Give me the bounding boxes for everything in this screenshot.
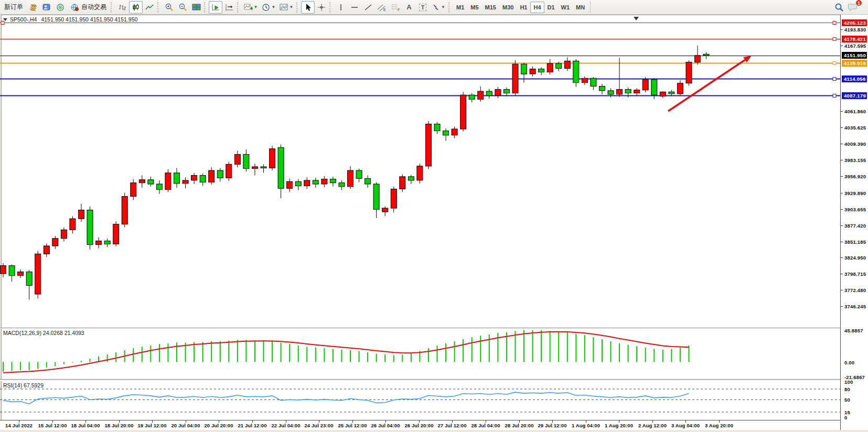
- profile-button[interactable]: [40, 1, 53, 14]
- rsi-canvas[interactable]: [0, 381, 840, 420]
- rsi-axis-label: 0: [844, 415, 847, 420]
- line-handle[interactable]: [833, 21, 836, 25]
- price-tick-mark: [841, 29, 843, 30]
- chart-shift-marker[interactable]: [634, 17, 639, 20]
- one-click-trading-toggle-icon[interactable]: [3, 18, 7, 21]
- time-tick-label: 26 Jul 20:00: [404, 423, 433, 428]
- rsi-pane[interactable]: [0, 381, 840, 420]
- line-handle[interactable]: [833, 38, 836, 41]
- rsi-axis-label: 80: [844, 386, 850, 392]
- timeframe-button-d1[interactable]: D1: [544, 2, 558, 13]
- autotrading-icon: [70, 3, 80, 12]
- chart-ohlc-values: 4151.950 4151.950 4151.950 4151.950: [41, 16, 137, 23]
- price-level-badge: 4178.421: [842, 36, 867, 42]
- toolbar-grip: [204, 2, 206, 13]
- main-chart-pane[interactable]: [0, 16, 840, 328]
- text-button[interactable]: A: [402, 1, 416, 14]
- tile-windows-button[interactable]: [189, 1, 203, 14]
- timeframe-button-m30[interactable]: M30: [499, 2, 517, 13]
- price-axis[interactable]: 4193.8304167.5954061.8604035.6254009.390…: [840, 15, 868, 430]
- price-tick-mark: [841, 160, 843, 160]
- price-tick-label: 4035.625: [844, 125, 866, 131]
- market-watch-button[interactable]: [26, 1, 40, 14]
- time-tick-label: 1 Aug 04:00: [572, 423, 600, 428]
- toolbar-grip: [237, 2, 239, 13]
- macd-axis-label: 45.8857: [844, 328, 863, 333]
- toolbar-grip: [329, 2, 331, 13]
- profile-icon: [42, 3, 51, 12]
- text-label-button[interactable]: T: [416, 1, 430, 14]
- chart-symbol-period: SP500-,H4: [10, 16, 37, 23]
- vertical-line-icon: [337, 3, 345, 12]
- crosshair-button[interactable]: [315, 1, 328, 14]
- new-order-button[interactable]: 新订单: [1, 1, 26, 14]
- horizontal-line-button[interactable]: [348, 1, 361, 14]
- auto-scroll-icon: [211, 3, 220, 12]
- candlestick-chart-button[interactable]: [129, 1, 143, 14]
- timeframe-button-m5[interactable]: M5: [467, 2, 481, 13]
- price-tick-mark: [841, 225, 843, 226]
- time-tick-label: 19 Jul 12:00: [137, 423, 166, 428]
- chart-title: SP500-,H4 4151.950 4151.950 4151.950 415…: [3, 16, 137, 23]
- chat-button[interactable]: 1: [846, 1, 860, 14]
- price-tick-label: 3903.655: [844, 207, 866, 212]
- timeframe-button-h1[interactable]: H1: [517, 2, 530, 13]
- time-tick-label: 18 Jul 20:00: [104, 423, 133, 428]
- data-window-button[interactable]: [53, 1, 67, 14]
- main-chart-canvas[interactable]: [0, 16, 840, 328]
- autotrading-button[interactable]: 自动交易: [67, 1, 110, 14]
- auto-scroll-button[interactable]: [209, 1, 222, 14]
- price-level-badge: 4139.519: [842, 60, 867, 67]
- vertical-line-button[interactable]: [334, 1, 348, 14]
- macd-pane[interactable]: [0, 329, 840, 379]
- timeframe-button-w1[interactable]: W1: [558, 2, 573, 13]
- price-tick-mark: [841, 242, 843, 242]
- rsi-line: [3, 392, 689, 404]
- price-tick-mark: [841, 257, 843, 258]
- time-tick-label: 29 Jul 12:00: [538, 423, 566, 428]
- main-toolbar: 新订单 自动交易: [0, 0, 868, 15]
- price-tick-mark: [841, 290, 843, 290]
- line-handle[interactable]: [833, 78, 836, 81]
- toolbar-grip: [157, 2, 159, 13]
- trendline-button[interactable]: [361, 1, 375, 14]
- fibonacci-button[interactable]: F: [389, 1, 402, 14]
- market-watch-icon: [28, 3, 38, 12]
- chart-shift-button[interactable]: [222, 1, 236, 14]
- price-tick-label: 4061.860: [844, 109, 866, 114]
- cursor-button[interactable]: [301, 1, 315, 14]
- timeframe-button-mn[interactable]: MN: [573, 2, 588, 13]
- price-tick-label: 3956.920: [844, 174, 866, 179]
- periods-button[interactable]: ▼: [260, 1, 277, 14]
- price-tick-label: 3983.155: [844, 157, 866, 163]
- macd-canvas[interactable]: [0, 329, 840, 379]
- arrows-button[interactable]: ▼: [430, 1, 447, 14]
- templates-button[interactable]: ▼: [277, 1, 295, 14]
- search-button[interactable]: [832, 1, 846, 14]
- text-icon: A: [406, 3, 411, 11]
- price-tick-mark: [841, 46, 843, 46]
- timeframe-button-m15[interactable]: M15: [482, 2, 499, 13]
- line-handle[interactable]: [833, 62, 836, 65]
- zoom-in-button[interactable]: [162, 1, 176, 14]
- dropdown-arrow-icon: ▼: [441, 5, 445, 9]
- horizontal-line-icon: [350, 3, 359, 12]
- equidistant-channel-button[interactable]: E: [375, 1, 389, 14]
- indicators-button[interactable]: ▼: [242, 1, 260, 14]
- zoom-out-button[interactable]: [176, 1, 189, 14]
- dropdown-arrow-icon: ▼: [254, 5, 258, 9]
- time-axis[interactable]: 14 Jul 202215 Jul 12:0018 Jul 04:0018 Ju…: [0, 420, 840, 430]
- price-level-badge: 4205.123: [842, 19, 867, 26]
- time-tick-label: 21 Jul 12:00: [238, 423, 266, 428]
- dropdown-arrow-icon: ▼: [272, 5, 276, 9]
- timeframe-button-m1[interactable]: M1: [453, 2, 467, 13]
- line-chart-button[interactable]: [143, 1, 156, 14]
- search-icon: [834, 3, 844, 12]
- rsi-axis-label: 100: [844, 379, 853, 385]
- time-tick-label: 15 Jul 12:00: [38, 423, 67, 428]
- line-handle[interactable]: [833, 94, 836, 98]
- notification-badge: 1: [855, 0, 862, 6]
- price-tick-label: 3824.950: [844, 255, 866, 261]
- bar-chart-button[interactable]: [115, 1, 129, 14]
- timeframe-button-h4[interactable]: H4: [530, 2, 544, 13]
